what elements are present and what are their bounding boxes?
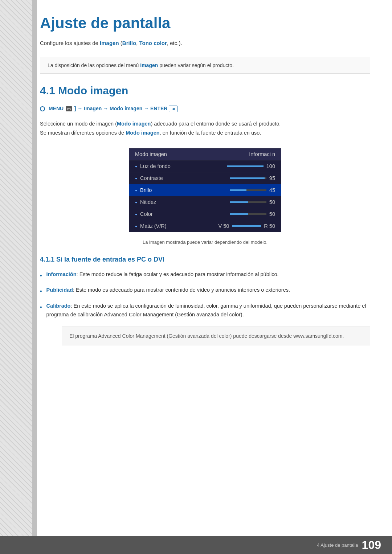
section-4-1-1-title: 4.1.1 Si la fuente de entrada es PC o DV… <box>40 256 370 263</box>
desc2-bold: Modo imagen <box>126 130 159 136</box>
bar-matiz-v <box>232 225 246 227</box>
row-label-color: ● Color <box>135 211 153 217</box>
tv-menu-header-right: Informaci n <box>249 151 275 157</box>
row-value-brillo: 45 <box>230 187 275 193</box>
footer-page-number: 109 <box>362 538 381 552</box>
row-text-luz: Luz de fondo <box>140 163 171 169</box>
tv-menu-row-nitidez: ● Nitidez 50 <box>129 196 281 208</box>
row-label-brillo: ● Brillo <box>135 187 152 193</box>
intro-bold1: Imagen <box>100 40 119 46</box>
tv-menu-header: Modo imagen Informaci n <box>129 148 281 160</box>
bullet-brillo: ● <box>135 188 137 192</box>
bullet-nitidez: ● <box>135 200 137 204</box>
row-label-matiz: ● Matiz (V/R) <box>135 223 167 229</box>
desc2-text: Se muestran diferentes opciones de <box>40 130 126 136</box>
bar-brillo <box>230 189 266 191</box>
row-text-brillo: Brillo <box>140 187 152 193</box>
text-informacion: : Este modo reduce la fatiga ocular y es… <box>77 271 279 277</box>
row-value-matiz: V 50 R 50 <box>219 223 275 229</box>
list-text-calibrado: Calibrado: En este modo se aplica la con… <box>46 301 370 319</box>
intro-bold2: Brillo <box>122 40 136 46</box>
list-text-publicidad: Publicidad: Este modo es adecuado para m… <box>46 286 290 295</box>
tv-menu-row-luz: ● Luz de fondo 100 <box>129 160 281 172</box>
desc1-bold: Modo imagen <box>117 121 151 127</box>
val-luz: 100 <box>266 163 275 169</box>
left-sidebar-accent <box>32 0 37 554</box>
row-label-luz: ● Luz de fondo <box>135 163 171 169</box>
section-4-1-title: 4.1 Modo imagen <box>40 85 370 97</box>
menu-icon: m <box>66 106 72 111</box>
row-text-color: Color <box>140 211 153 217</box>
row-value-color: 50 <box>230 211 275 217</box>
bar-fill-brillo <box>230 189 246 191</box>
note-box: La disposición de las opciones del menú … <box>40 57 370 74</box>
section-desc-1: Seleccione un modo de imagen (Modo image… <box>40 119 370 137</box>
row-value-nitidez: 50 <box>230 199 275 205</box>
tv-menu-row-matiz: ● Matiz (V/R) V 50 R 50 <box>129 220 281 232</box>
val-matiz-r: R 50 <box>264 223 275 229</box>
row-value-contraste: 95 <box>230 175 275 181</box>
bullet-contraste: ● <box>135 176 137 180</box>
desc1-rest: ) adecuado para el entorno donde se usar… <box>151 121 281 127</box>
intro-text2: ( <box>119 40 122 46</box>
footer-text: 4 Ajuste de pantalla <box>317 542 358 548</box>
enter-icon: ◄ <box>169 106 177 112</box>
text-calibrado: : En este modo se aplica la configuració… <box>46 303 366 318</box>
note-text1: La disposición de las opciones del menú <box>48 62 140 68</box>
left-sidebar-decoration <box>0 0 32 554</box>
bullet-dot-publicidad: • <box>40 286 42 296</box>
bar-fill-contraste <box>230 177 265 179</box>
bar-nitidez <box>230 201 266 203</box>
tv-menu-row-color: ● Color 50 <box>129 208 281 220</box>
val-contraste: 95 <box>269 175 275 181</box>
desc1-text: Seleccione un modo de imagen ( <box>40 121 117 127</box>
row-label-nitidez: ● Nitidez <box>135 199 156 205</box>
bar-fill-color <box>230 213 248 215</box>
list-text-informacion: Información: Este modo reduce la fatiga … <box>46 270 279 279</box>
desc2-rest: , en función de la fuente de entrada en … <box>160 130 261 136</box>
tv-menu-caption: La imagen mostrada puede variar dependie… <box>40 239 370 245</box>
note-text2: pueden variar según el producto. <box>158 62 234 68</box>
bar-matiz <box>232 225 261 227</box>
indented-note: El programa Advanced Color Management (G… <box>62 327 370 345</box>
bold-publicidad: Publicidad <box>46 287 73 293</box>
bar-fill-luz <box>227 165 264 167</box>
intro-bold3: Tono color <box>139 40 167 46</box>
intro-text4: , etc.). <box>167 40 182 46</box>
menu-path-text: MENU m ] → Imagen → Modo imagen → ENTER … <box>49 106 177 112</box>
bar-fill-nitidez <box>230 201 248 203</box>
val-matiz-v: V 50 <box>219 223 229 229</box>
bullet-list: • Información: Este modo reduce la fatig… <box>40 270 370 319</box>
main-content: Ajuste de pantalla Configure los ajustes… <box>40 0 370 345</box>
bullet-dot-informacion: • <box>40 271 42 280</box>
tv-menu: Modo imagen Informaci n ● Luz de fondo 1… <box>129 148 281 232</box>
menu-path: MENU m ] → Imagen → Modo imagen → ENTER … <box>40 106 370 112</box>
bullet-matiz: ● <box>135 224 137 228</box>
intro-paragraph: Configure los ajustes de Imagen (Brillo,… <box>40 40 370 46</box>
bar-luz <box>227 165 264 167</box>
intro-text1: Configure los ajustes de <box>40 40 100 46</box>
val-nitidez: 50 <box>269 199 275 205</box>
val-brillo: 45 <box>269 187 275 193</box>
val-color: 50 <box>269 211 275 217</box>
row-label-contraste: ● Contraste <box>135 175 163 181</box>
bold-informacion: Información <box>46 271 77 277</box>
bold-calibrado: Calibrado <box>46 303 71 309</box>
row-text-nitidez: Nitidez <box>140 199 156 205</box>
tv-menu-header-left: Modo imagen <box>135 151 167 157</box>
tv-menu-container: Modo imagen Informaci n ● Luz de fondo 1… <box>40 148 370 232</box>
page: Ajuste de pantalla Configure los ajustes… <box>0 0 392 554</box>
row-value-luz: 100 <box>227 163 275 169</box>
menu-path-circle <box>40 106 45 111</box>
bullet-dot-calibrado: • <box>40 302 42 312</box>
list-item-publicidad: • Publicidad: Este modo es adecuado para… <box>40 286 370 296</box>
bar-contraste <box>230 177 266 179</box>
bar-color <box>230 213 266 215</box>
list-item-informacion: • Información: Este modo reduce la fatig… <box>40 270 370 280</box>
bullet-luz: ● <box>135 164 137 168</box>
row-text-contraste: Contraste <box>140 175 163 181</box>
bar-matiz-r <box>246 225 261 227</box>
bullet-color: ● <box>135 212 137 216</box>
tv-menu-row-contraste: ● Contraste 95 <box>129 172 281 184</box>
footer: 4 Ajuste de pantalla 109 <box>0 536 392 554</box>
